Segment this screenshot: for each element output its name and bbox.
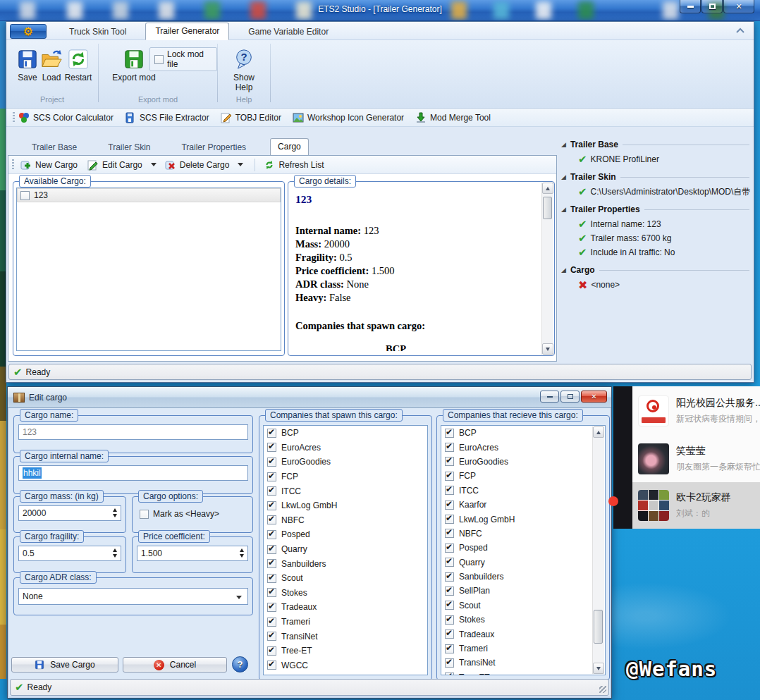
price-coefficient-input[interactable]: 1.500 (137, 546, 248, 561)
company-item[interactable]: Sanbuilders (264, 556, 427, 571)
checkbox-icon[interactable] (20, 191, 30, 200)
collapse-ribbon-icon[interactable] (735, 27, 745, 34)
tab-trailer-properties[interactable]: Trailer Properties (174, 140, 253, 156)
checkbox-icon[interactable] (445, 658, 454, 668)
company-item[interactable]: NBFC (264, 513, 427, 528)
company-item[interactable]: EuroGoodies (264, 455, 427, 469)
tab-trailer-skin[interactable]: Trailer Skin (101, 140, 157, 156)
collapse-triangle-icon[interactable]: ◢ (561, 207, 566, 213)
scroll-up-icon[interactable] (593, 426, 604, 438)
company-item[interactable]: Stokes (441, 613, 593, 627)
checkbox-icon[interactable] (267, 429, 276, 438)
checkbox-icon[interactable] (445, 515, 454, 524)
fragility-spinner[interactable] (113, 548, 117, 558)
tab-trailer-base[interactable]: Trailer Base (25, 140, 84, 156)
scrollbar-thumb[interactable] (543, 197, 552, 219)
checkbox-icon[interactable] (267, 559, 276, 568)
delete-cargo-button[interactable]: Delete Cargo (162, 158, 233, 172)
company-item[interactable]: Stokes (264, 586, 427, 601)
company-item[interactable]: Tradeaux (441, 627, 593, 641)
checkbox-icon[interactable] (445, 472, 454, 481)
checkbox-icon[interactable] (267, 458, 276, 467)
checkbox-icon[interactable] (267, 574, 276, 583)
checkbox-icon[interactable] (267, 501, 276, 510)
load-button[interactable]: Load (37, 49, 66, 82)
ribbon-tab-truck-skin-tool[interactable]: Truck Skin Tool (60, 24, 135, 40)
company-item[interactable]: EuroGoodies (441, 455, 593, 469)
toolbar-item-scs-file-extractor[interactable]: SCS File Extractor (125, 112, 209, 123)
tab-cargo[interactable]: Cargo (270, 138, 309, 156)
checkbox-icon[interactable] (445, 501, 454, 510)
company-item[interactable]: BCP (264, 426, 427, 441)
company-item[interactable]: Quarry (441, 555, 593, 570)
company-item[interactable]: TransiNet (264, 629, 427, 644)
company-item[interactable]: Tree-ET (441, 670, 593, 675)
toolbar-item-mod-merge-tool[interactable]: Mod Merge Tool (415, 112, 491, 123)
company-item[interactable]: Trameri (441, 641, 593, 656)
company-item[interactable]: LkwLog GmbH (441, 512, 593, 526)
checkbox-icon[interactable] (445, 630, 454, 639)
collapse-triangle-icon[interactable]: ◢ (561, 174, 566, 180)
mark-heavy-checkbox[interactable]: Mark as <Heavy> (140, 509, 219, 519)
close-button[interactable]: ✕ (723, 0, 754, 13)
chat-list-item[interactable]: 阳光校园公共服务...新冠状病毒疫情期间，为 (632, 386, 760, 436)
save-cargo-button[interactable]: Save Cargo (11, 657, 118, 673)
company-item[interactable]: BCP (441, 426, 593, 440)
company-item[interactable]: Kaarfor (441, 498, 593, 512)
company-item[interactable]: Tree-ET (264, 644, 427, 658)
toolbar-item-tobj-editor[interactable]: TOBJ Editor (221, 112, 281, 123)
company-item[interactable]: NBFC (441, 527, 593, 541)
restart-button[interactable]: Restart (63, 49, 94, 82)
receive-list-scrollbar[interactable] (592, 426, 604, 674)
cargo-mass-input[interactable]: 20000 (18, 505, 121, 521)
delete-cargo-dropdown-icon[interactable] (238, 163, 243, 166)
cancel-button[interactable]: ✕ Cancel (123, 657, 227, 673)
toolbar-item-scs-color-calculator[interactable]: SCS Color Calculator (18, 112, 114, 123)
dialog-maximize-button[interactable] (560, 391, 580, 403)
checkbox-icon[interactable] (445, 443, 454, 452)
company-item[interactable]: ITCC (264, 484, 427, 498)
scroll-down-icon[interactable] (593, 663, 604, 674)
cargo-internal-name-input[interactable]: hhkil (18, 465, 248, 481)
company-item[interactable]: Scout (264, 571, 427, 586)
company-item[interactable]: TransiNet (441, 656, 593, 670)
checkbox-icon[interactable] (267, 515, 276, 524)
chat-list-item[interactable]: 欧卡2玩家群刘斌：的 (632, 482, 760, 529)
checkbox-icon[interactable] (445, 558, 454, 567)
checkbox-icon[interactable] (267, 632, 276, 641)
checkbox-icon[interactable] (267, 472, 276, 481)
cargo-name-input[interactable]: 123 (18, 424, 248, 440)
checkbox-icon[interactable] (445, 615, 454, 625)
ribbon-tab-game-variable-editor[interactable]: Game Variable Editor (239, 24, 338, 40)
chat-list-item[interactable]: 笑莹莹朋友圈第一条麻烦帮忙点 (632, 436, 760, 482)
resize-grip[interactable] (599, 686, 606, 693)
checkbox-icon[interactable] (267, 443, 276, 452)
cargo-fragility-input[interactable]: 0.5 (18, 546, 121, 561)
company-item[interactable]: Scout (441, 598, 593, 613)
company-item[interactable]: ITCC (441, 484, 593, 498)
checkbox-icon[interactable] (267, 530, 276, 539)
dialog-help-button[interactable]: ? (232, 656, 248, 673)
company-item[interactable]: FCP (441, 469, 593, 483)
mass-spinner[interactable] (113, 508, 117, 517)
edit-cargo-button[interactable]: Edit Cargo (85, 158, 145, 172)
scrollbar-thumb[interactable] (594, 610, 603, 644)
collapse-triangle-icon[interactable]: ◢ (561, 267, 566, 274)
minimize-button[interactable] (680, 0, 701, 13)
scroll-down-icon[interactable] (542, 343, 553, 355)
summary-section-header[interactable]: ◢Trailer Base (561, 138, 752, 151)
checkbox-icon[interactable] (445, 601, 454, 610)
company-item[interactable]: WGCC (264, 658, 427, 673)
cargo-list-item[interactable]: 123 (17, 188, 281, 202)
company-item[interactable]: Quarry (264, 542, 427, 557)
receive-companies-list[interactable]: BCPEuroAcresEuroGoodiesFCPITCCKaarforLkw… (441, 425, 606, 675)
available-cargo-list[interactable]: 123 (16, 188, 281, 351)
summary-section-header[interactable]: ◢Trailer Skin (561, 171, 752, 183)
refresh-list-button[interactable]: Refresh List (261, 158, 326, 172)
toolbar-item-workshop-icon-generator[interactable]: Workshop Icon Generator (293, 112, 404, 123)
ribbon-tab-trailer-generator[interactable]: Trailer Generator (145, 23, 229, 40)
adr-class-combobox[interactable]: None (18, 588, 248, 605)
checkbox-icon[interactable] (445, 486, 454, 495)
checkbox-icon[interactable] (445, 529, 454, 538)
checkbox-icon[interactable] (267, 646, 276, 656)
